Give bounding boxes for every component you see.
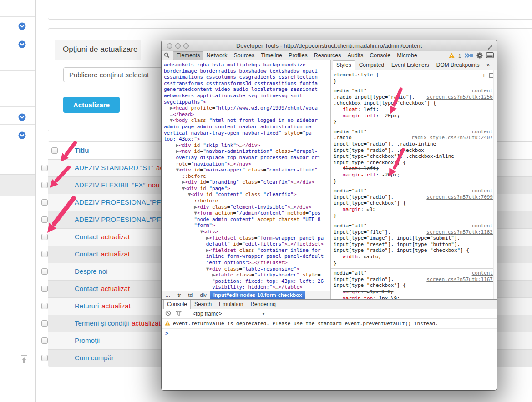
row-checkbox[interactable] <box>41 165 48 171</box>
row-checkbox[interactable] <box>41 234 48 240</box>
stylesheet-link[interactable]: screen.css?n57utk:1256 <box>426 94 493 100</box>
dom-tree-line[interactable]: "form"> <box>164 222 330 229</box>
css-property[interactable]: margin-left: -20px; <box>334 113 493 119</box>
row-title-link[interactable]: Contactactualizat <box>75 285 130 292</box>
dom-tree-line[interactable]: ▶<fieldset class="form-wrapper panel pa <box>164 235 330 241</box>
new-style-rule-icon[interactable]: + <box>482 72 486 79</box>
gear-icon[interactable] <box>476 52 483 60</box>
dom-tree-line[interactable]: "position: fixed; top: 43px; left: 26 <box>164 278 330 285</box>
breadcrumb-item[interactable]: tr <box>174 291 185 299</box>
window-titlebar[interactable]: Developer Tools - http://depoconstruct.c… <box>162 40 497 51</box>
dom-tree-line[interactable]: ▶<fieldset class="container-inline for <box>164 247 330 254</box>
row-title-link[interactable]: Retururiactualizat <box>75 302 131 310</box>
row-title-link[interactable]: Cum cumpăr <box>75 354 114 362</box>
stylesheet-link[interactable]: screen.css?n57utk:1167 <box>426 276 493 283</box>
dom-tree-line[interactable]: ▶<table class="sticky-header" style= <box>164 272 330 278</box>
dom-tree-line[interactable]: visibility: hidden;">…</table> <box>164 284 330 291</box>
css-property[interactable]: float: left; <box>334 166 493 172</box>
dom-tree-line[interactable]: borderimage borderradius boxshadow texts… <box>164 68 330 75</box>
breadcrumb-item[interactable]: div <box>196 291 210 299</box>
window-close-icon[interactable] <box>167 43 172 49</box>
window-zoom-icon[interactable] <box>183 43 189 49</box>
tab-resources[interactable]: Resources <box>311 51 345 60</box>
dom-tree-line[interactable]: ▼<body class="html not-front logged-in n… <box>164 117 330 124</box>
dom-tree-line[interactable]: default" id="edit-filters">…</fieldset> <box>164 241 330 247</box>
css-rule[interactable]: media="all"contentinput[type="radio"],sc… <box>331 186 497 221</box>
clear-console-icon[interactable] <box>165 310 171 317</box>
tab-audits[interactable]: Audits <box>345 51 367 60</box>
row-title-link[interactable]: Contactactualizat <box>75 250 130 258</box>
dom-tree-line[interactable]: ::before <box>164 198 330 204</box>
dom-tree-line[interactable]: ▶<head profile="http://www.w3.org/1999/x… <box>164 105 330 111</box>
row-checkbox[interactable] <box>41 337 48 344</box>
dom-tree-line[interactable]: ▶<div id="skip-link">…</div> <box>164 142 330 149</box>
row-checkbox[interactable] <box>41 216 48 223</box>
css-property[interactable]: width: ▶auto; <box>334 254 493 261</box>
css-property[interactable]: margin: ▶4px 0 0; <box>334 289 493 296</box>
chevron-down-circle-icon[interactable] <box>18 113 26 121</box>
styles-tab-styles[interactable]: Styles <box>333 60 355 70</box>
dom-tree-line[interactable]: ▶<div class="element-invisible">…</div> <box>164 204 330 211</box>
dom-tree-line[interactable]: webworkers applicationcache svg inlinesv… <box>164 93 330 99</box>
dom-tree-line[interactable]: role="navigation">…</nav> <box>164 161 330 167</box>
stylesheet-link[interactable]: screen.css?n57utk:7099 <box>426 194 493 201</box>
dom-tree-line[interactable]: ▼<div class="table-responsive"> <box>164 266 330 272</box>
stylesheet-origin-link[interactable]: content <box>472 270 493 276</box>
console-tab-rendering[interactable]: Rendering <box>247 300 279 309</box>
stylesheet-origin-link[interactable]: content <box>472 188 493 194</box>
warning-icon[interactable] <box>449 53 455 60</box>
tab-network[interactable]: Network <box>203 51 231 60</box>
css-rule[interactable]: media="all"contentinput[type="file"],scr… <box>331 221 497 269</box>
dom-tree-line[interactable]: inline form-wrapper panel panel-default <box>164 253 330 260</box>
row-checkbox[interactable] <box>41 286 48 292</box>
styles-tab-event-listeners[interactable]: Event Listeners <box>388 61 432 70</box>
tab-microbe[interactable]: Microbe <box>394 51 420 60</box>
breadcrumb-item[interactable]: input#edit-nodes-10.form-checkbox <box>210 291 305 299</box>
dom-tree-line[interactable]: svgclippaths"> <box>164 99 330 106</box>
chevron-down-circle-icon[interactable] <box>18 40 26 48</box>
tray-toggle[interactable] <box>0 174 35 196</box>
stylesheet-link[interactable]: radix-style.css?n57utk:2407 <box>411 135 493 141</box>
stylesheet-origin-link[interactable]: content <box>472 88 493 94</box>
row-checkbox[interactable] <box>41 320 48 327</box>
row-title-link[interactable]: Despre noi <box>75 267 108 275</box>
dom-tree-line[interactable]: ▼<div> <box>164 229 330 235</box>
css-property[interactable]: margin: ▶0; <box>334 206 493 213</box>
row-title-link[interactable]: ADEZIV PROFESIONAL“PF” 2 <box>75 216 169 223</box>
dom-tree-line[interactable]: ▼<div id="page"> <box>164 186 330 192</box>
row-checkbox[interactable] <box>41 251 48 257</box>
dom-tree-line[interactable]: ▶<nav id="navbar-administration" class="… <box>164 148 330 155</box>
column-header-title[interactable]: Titlu <box>75 146 89 154</box>
css-rule[interactable]: media="all"content.radio input[type="rad… <box>331 86 497 127</box>
row-checkbox[interactable] <box>41 303 48 309</box>
breadcrumb-item[interactable]: td <box>185 291 197 299</box>
styles-scrollbar[interactable] <box>493 70 497 299</box>
window-minimize-icon[interactable] <box>175 43 181 49</box>
console-prompt[interactable]: > <box>162 329 497 338</box>
row-title-link[interactable]: Contactactualizat <box>75 233 130 241</box>
chevron-down-circle-icon[interactable] <box>18 131 26 139</box>
css-rule[interactable]: media="all"contentinput[type="radio"],sc… <box>331 269 497 299</box>
styles-tab-dom-breakpoints[interactable]: DOM Breakpoints <box>433 61 483 70</box>
stylesheet-origin-link[interactable]: content <box>472 129 493 135</box>
styles-tab--[interactable]: » <box>483 61 493 70</box>
row-checkbox[interactable] <box>41 199 48 206</box>
css-property[interactable]: margin-left: -20px; <box>334 172 493 178</box>
frame-selector[interactable]: <top frame> ▼ <box>193 311 265 317</box>
dom-tree-line[interactable]: websockets rgba hsla multiplebgs backgro… <box>164 62 330 68</box>
dom-tree-line[interactable]: "edit-options">…</fieldset> <box>164 260 330 266</box>
dom-tree-line[interactable]: ▼<div id="content" class="clearfix"> <box>164 191 330 198</box>
filter-icon[interactable] <box>176 311 182 317</box>
chevron-down-circle-icon[interactable] <box>18 22 26 30</box>
breadcrumb-item[interactable]: … <box>162 291 174 299</box>
dom-tree-line[interactable]: …</head> <box>164 111 330 118</box>
css-property[interactable]: margin-top: 1px \9; <box>334 296 493 299</box>
dom-tree-line[interactable]: ::before <box>164 173 330 180</box>
console-tab-search[interactable]: Search <box>191 300 215 309</box>
tab-sources[interactable]: Sources <box>230 51 258 60</box>
dock-side-icon[interactable] <box>486 52 494 60</box>
select-all-checkbox[interactable] <box>51 147 58 154</box>
tab-elements[interactable]: Elements <box>173 51 203 60</box>
dom-tree-line[interactable]: ▼<form action="/admin/content" method="p… <box>164 210 330 216</box>
dom-tree-line[interactable]: vertical navbar-tray-open navbar-fixed" … <box>164 130 330 136</box>
